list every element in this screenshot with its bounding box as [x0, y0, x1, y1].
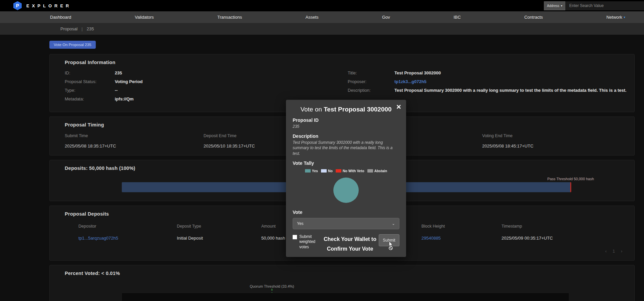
- checkbox-box[interactable]: [293, 235, 297, 239]
- chevron-down-icon: ▾: [561, 4, 562, 7]
- close-icon[interactable]: ✕: [396, 103, 401, 111]
- timing-value: 2025/05/08 18:45:17+UTC: [482, 143, 628, 148]
- search-filter-dropdown[interactable]: Address ▾: [544, 1, 565, 10]
- field-label: Proposal Status:: [65, 79, 115, 84]
- nav-item-gov[interactable]: Gov: [382, 15, 390, 20]
- legend-item-no: No: [321, 169, 333, 173]
- proposer-address-link[interactable]: tp1zk3...g072h5: [394, 79, 426, 84]
- field-value: ipfs://Qm: [115, 96, 133, 101]
- nav-item-validators[interactable]: Validators: [135, 15, 154, 20]
- vote-label: Vote: [293, 210, 399, 215]
- no-swatch: [321, 169, 327, 173]
- column-header-depositor: Depositor: [78, 224, 177, 229]
- modal-title: Vote on Test Proposal 3002000: [293, 106, 399, 113]
- proposal-title-value: Test Proposal 3002000: [394, 70, 441, 75]
- breadcrumb-proposal-id: 235: [87, 26, 94, 31]
- vote-tally-legend: Yes No No With Veto Abstain: [293, 169, 399, 173]
- pagination-page-number[interactable]: 1: [613, 249, 615, 254]
- nav-item-network[interactable]: Network ▾: [606, 15, 625, 20]
- legend-label: Abstain: [374, 169, 387, 173]
- info-row-type: Type: --: [65, 88, 348, 93]
- field-label: Title:: [348, 70, 394, 75]
- chevron-down-icon: ⌄: [392, 221, 395, 226]
- legend-item-abstain: Abstain: [367, 169, 387, 173]
- field-label: Proposer:: [348, 79, 394, 84]
- proposal-id-label: Proposal ID: [293, 117, 399, 123]
- depositor-address-link[interactable]: tp1...5arqzuag072h5: [78, 236, 177, 241]
- nav-item-transactions[interactable]: Transactions: [217, 15, 242, 20]
- vote-select-value: Yes: [297, 221, 304, 226]
- nav-item-contracts[interactable]: Contracts: [524, 15, 543, 20]
- abstain-swatch: [367, 169, 373, 173]
- breadcrumb-section[interactable]: Proposal: [60, 26, 77, 31]
- nav-label: Transactions: [217, 15, 242, 20]
- field-label: Description:: [348, 88, 394, 93]
- field-label: Type:: [65, 88, 115, 93]
- nav-label: Validators: [135, 15, 154, 20]
- timestamp-cell: 2025/05/09 00:35:17+UTC: [502, 236, 628, 241]
- nav-item-dashboard[interactable]: Dashboard: [50, 15, 71, 20]
- deposit-type-cell: Initial Deposit: [177, 236, 261, 241]
- percent-voted-bar: [121, 293, 569, 301]
- timing-value: 2025/05/08 18:35:17+UTC: [65, 143, 204, 148]
- modal-title-prefix: Vote on: [300, 106, 322, 113]
- brand: P EXPLORER: [13, 1, 72, 10]
- weighted-votes-label: Submit weighted votes: [299, 234, 319, 250]
- field-label: Metadata:: [65, 96, 115, 101]
- legend-label: No: [328, 169, 333, 173]
- info-row-id: ID: 235: [65, 70, 348, 75]
- vote-select[interactable]: Yes ⌄: [293, 218, 399, 229]
- percent-voted-card: Percent Voted: < 0.01% Quorum Threshold …: [49, 265, 635, 301]
- field-value: 235: [115, 70, 122, 75]
- nav-item-ibc[interactable]: IBC: [453, 15, 461, 20]
- nav-item-assets[interactable]: Assets: [306, 15, 319, 20]
- description-label: Description: [293, 133, 399, 139]
- info-row-proposer: Proposer: tp1zk3...g072h5: [348, 79, 628, 84]
- voting-end-time-column: Voting End Time 2025/05/08 18:45:17+UTC: [482, 133, 628, 148]
- vote-tally-label: Vote Tally: [293, 161, 399, 166]
- pagination-next-button[interactable]: ›: [621, 249, 622, 254]
- nav-label: IBC: [453, 15, 461, 20]
- proposal-description-value: Test Proposal Summary 3002000 with a rea…: [394, 88, 626, 93]
- no-with-veto-swatch: [336, 169, 341, 173]
- search-input[interactable]: [565, 1, 644, 10]
- column-header-timestamp: Timestamp: [502, 224, 628, 229]
- search-area: Address ▾: [544, 1, 644, 10]
- percent-voted-title: Percent Voted: < 0.01%: [65, 271, 628, 276]
- logo-letter: P: [16, 3, 19, 8]
- nav-label: Assets: [306, 15, 319, 20]
- quorum-threshold-label: Quorum Threshold (33.4%): [250, 284, 294, 288]
- wallet-confirmation-message: Check Your Wallet to Confirm Your Vote: [321, 234, 379, 254]
- submit-time-column: Submit Time 2025/05/08 18:35:17+UTC: [65, 133, 204, 148]
- proposal-status-value: Voting Period: [115, 79, 143, 84]
- brand-text: EXPLORER: [26, 3, 72, 8]
- breadcrumb-separator: |: [81, 26, 82, 31]
- vote-tally-pie-chart: [333, 178, 359, 203]
- description-text: Test Proposal Summary 3002000 with a rea…: [293, 140, 399, 156]
- main-nav: Dashboard Validators Transactions Assets…: [0, 11, 644, 23]
- info-row-status: Proposal Status: Voting Period: [65, 79, 348, 84]
- proposal-id-value: 235: [293, 124, 399, 129]
- explorer-logo-icon: P: [13, 1, 22, 10]
- pagination-prev-button[interactable]: ‹: [605, 249, 607, 254]
- column-header-block-height: Block Height: [421, 224, 502, 229]
- chevron-down-icon: ▾: [624, 15, 625, 19]
- nav-label: Network: [606, 15, 622, 20]
- legend-item-yes: Yes: [305, 169, 318, 173]
- block-height-link[interactable]: 29540885: [421, 236, 502, 241]
- blocked-cursor-icon: [387, 241, 395, 250]
- timing-label: Submit Time: [65, 133, 204, 138]
- timing-label: Voting End Time: [482, 133, 628, 138]
- legend-label: Yes: [312, 169, 318, 173]
- breadcrumb: Proposal | 235: [0, 23, 644, 35]
- nav-label: Dashboard: [50, 15, 71, 20]
- yes-swatch: [305, 169, 311, 173]
- field-label: ID:: [65, 70, 115, 75]
- vote-on-proposal-button[interactable]: Vote On Proposal 235: [49, 41, 96, 49]
- legend-item-no-with-veto: No With Veto: [336, 169, 364, 173]
- column-header-deposit-type: Deposit Type: [177, 224, 261, 229]
- legend-label: No With Veto: [343, 169, 364, 173]
- weighted-votes-checkbox[interactable]: Submit weighted votes: [293, 234, 321, 250]
- top-bar: P EXPLORER Address ▾: [0, 0, 644, 11]
- search-filter-label: Address: [547, 4, 559, 8]
